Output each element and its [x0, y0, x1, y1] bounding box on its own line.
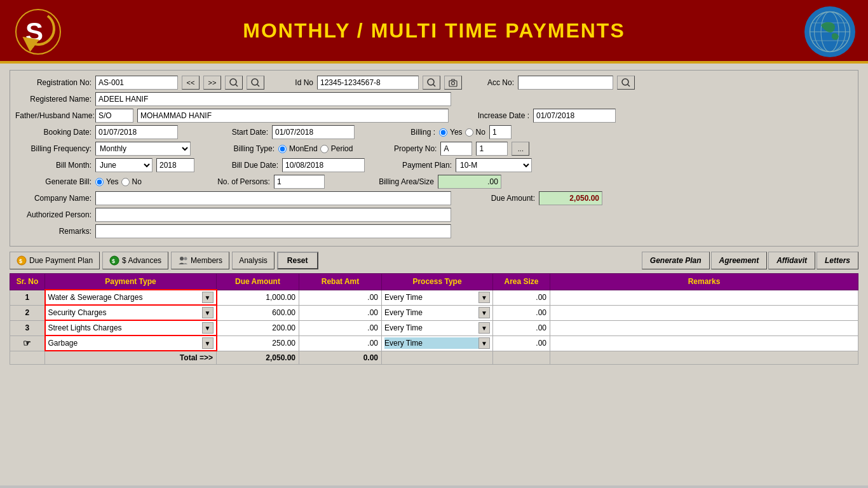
input-start-date[interactable]	[272, 125, 355, 139]
label-authorized-person: Authorized Person:	[15, 210, 92, 219]
label-due-amount: Due Amount:	[484, 194, 535, 203]
cell-remarks	[550, 305, 858, 320]
payment-type-dropdown[interactable]: ▼	[202, 337, 214, 349]
letters-label: Letters	[825, 256, 850, 265]
input-billing-area[interactable]	[438, 175, 501, 189]
billing-yes-radio[interactable]	[439, 128, 447, 137]
members-icon	[178, 255, 188, 266]
label-acc-no: Acc No:	[482, 78, 514, 87]
row-authorized-person: Authorized Person:	[15, 208, 853, 222]
input-bill-year[interactable]	[156, 158, 194, 172]
billing-no-radio[interactable]	[465, 128, 473, 137]
row-registered-name: Registered Name:	[15, 92, 853, 106]
billing-radio-group: Yes No	[439, 128, 485, 137]
cell-process-type: Every Time▼	[382, 305, 493, 320]
cell-sr: 3	[10, 320, 45, 336]
input-authorized-person[interactable]	[95, 208, 451, 222]
svg-text:$: $	[19, 258, 22, 264]
billing-no-label: No	[476, 128, 485, 137]
svg-point-9	[230, 79, 236, 85]
billing-type-period-radio[interactable]	[320, 145, 329, 153]
main-content: Registration No: << >> Id No Acc No:	[0, 64, 868, 485]
row-bill-month: Bill Month: June Bill Due Date: Payment …	[15, 158, 853, 172]
process-type-dropdown[interactable]: ▼	[478, 292, 490, 303]
search-btn-2[interactable]	[247, 76, 264, 90]
table-row: 2Security Charges▼600.00.00Every Time▼.0…	[10, 305, 858, 320]
cell-rebat-amt: .00	[299, 305, 382, 320]
label-no-persons: No. of Persons:	[207, 177, 270, 186]
billing-type-monend-radio[interactable]	[278, 145, 287, 153]
process-type-text: Every Time	[384, 293, 477, 302]
cell-due-amount: 600.00	[217, 305, 299, 320]
form-section: Registration No: << >> Id No Acc No:	[10, 70, 858, 247]
svg-point-13	[428, 79, 434, 85]
label-billing-frequency: Billing Frequency:	[15, 144, 92, 153]
input-id-no[interactable]	[317, 76, 419, 90]
svg-text:S: S	[25, 17, 43, 47]
input-registered-name[interactable]	[95, 92, 451, 106]
nav-prev-btn[interactable]: <<	[182, 76, 200, 90]
generate-bill-no-radio[interactable]	[121, 178, 130, 186]
cell-payment-type: Garbage▼	[45, 336, 217, 351]
cell-rebat-amt: .00	[299, 320, 382, 336]
input-property-no-num[interactable]	[476, 142, 508, 156]
reset-btn[interactable]: Reset	[277, 252, 318, 269]
label-bill-month: Bill Month:	[15, 161, 92, 170]
camera-btn[interactable]	[444, 76, 462, 90]
generate-plan-btn[interactable]: Generate Plan	[642, 252, 710, 269]
nav-next-btn[interactable]: >>	[203, 76, 221, 90]
svg-line-14	[433, 85, 435, 86]
cell-payment-type: Security Charges▼	[45, 305, 217, 320]
payment-type-dropdown[interactable]: ▼	[202, 307, 214, 318]
process-type-dropdown[interactable]: ▼	[478, 307, 490, 318]
letters-btn[interactable]: Letters	[817, 252, 858, 269]
input-acc-no[interactable]	[518, 76, 613, 90]
label-booking-date: Booking Date:	[15, 128, 92, 137]
search-btn-acc[interactable]	[617, 76, 635, 90]
label-start-date: Start Date:	[224, 128, 268, 137]
label-bill-due-date: Bill Due Date:	[221, 161, 278, 170]
tab-analysis[interactable]: Analysis	[232, 252, 275, 269]
process-type-dropdown[interactable]: ▼	[478, 322, 490, 334]
input-father-name[interactable]	[137, 109, 449, 123]
affidavit-btn[interactable]: Affidavit	[768, 252, 815, 269]
process-type-text: Every Time	[384, 339, 477, 348]
tab-due-payment-plan[interactable]: $ Due Payment Plan	[10, 252, 100, 269]
tab-advances[interactable]: $ $ Advances	[102, 252, 168, 269]
col-area-size: Area Size	[493, 274, 550, 290]
search-btn-1[interactable]	[225, 76, 243, 90]
payment-type-dropdown[interactable]: ▼	[202, 322, 214, 334]
row-father-name: Father/Husband Name: Increase Date :	[15, 109, 853, 123]
toolbar-section: $ Due Payment Plan $ $ Advances Members	[10, 252, 858, 269]
process-type-dropdown[interactable]: ▼	[478, 337, 490, 349]
select-payment-plan[interactable]: 10-M	[456, 158, 532, 172]
input-bill-due-date[interactable]	[282, 158, 365, 172]
select-billing-frequency[interactable]: Monthly	[95, 142, 191, 156]
input-increase-date[interactable]	[533, 109, 616, 123]
input-booking-date[interactable]	[95, 125, 178, 139]
col-due-amount: Due Amount	[217, 274, 299, 290]
input-property-no-letter[interactable]	[440, 142, 472, 156]
property-btn[interactable]: ...	[512, 142, 529, 156]
generate-bill-yes-radio[interactable]	[95, 178, 104, 186]
row-remarks: Remarks:	[15, 224, 853, 238]
row-generate-bill: Generate Bill: Yes No No. of Persons: Bi…	[15, 175, 853, 189]
generate-plan-label: Generate Plan	[650, 256, 702, 265]
input-remarks[interactable]	[95, 224, 451, 238]
payment-type-dropdown[interactable]: ▼	[202, 292, 214, 303]
input-company-name[interactable]	[95, 191, 451, 205]
tab-members[interactable]: Members	[171, 252, 229, 269]
agreement-btn[interactable]: Agreement	[711, 252, 768, 269]
input-billing-num[interactable]	[489, 125, 512, 139]
payment-type-text: Water & Sewerage Charges	[48, 293, 201, 302]
search-btn-id[interactable]	[423, 76, 440, 90]
payment-plan-icon: $	[17, 255, 27, 266]
input-registration-no[interactable]	[95, 76, 178, 90]
input-due-amount[interactable]	[539, 191, 602, 205]
input-father-prefix[interactable]	[95, 109, 133, 123]
label-billing: Billing :	[400, 128, 435, 137]
input-no-persons[interactable]	[274, 175, 325, 189]
affidavit-label: Affidavit	[776, 256, 807, 265]
select-bill-month[interactable]: June	[95, 158, 153, 172]
generate-bill-yes-label: Yes	[106, 177, 119, 186]
